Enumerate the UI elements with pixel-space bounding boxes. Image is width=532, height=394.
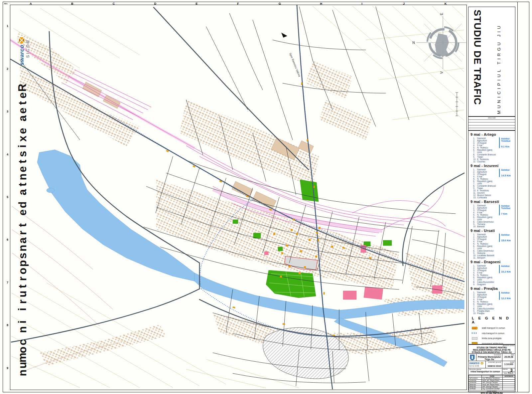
title-letter: t <box>19 160 26 163</box>
title-letter: s <box>18 151 26 157</box>
route-dots-swatch <box>472 332 477 334</box>
grid-number: 8 <box>7 323 8 327</box>
route-stop: 10.E. Teodoroiu <box>473 189 514 192</box>
route-heading: 9 mai - Iezureni <box>470 164 514 168</box>
route-stop: 7.Unirii <box>473 151 514 153</box>
title-letter: p <box>18 260 26 267</box>
grid-letter: H <box>320 2 322 5</box>
signature-cell <box>503 388 515 390</box>
title-letter: a <box>18 115 26 121</box>
route-stop: 9.Slobozia <box>473 252 514 254</box>
bus-stop-swatch <box>472 327 477 329</box>
route-heading: 9 mai - Barsesti <box>470 200 514 204</box>
data-cell: data: 29.05.08 <box>502 354 515 361</box>
route-heading: 9 mai - Dragoeni <box>470 260 514 264</box>
plansa-label: plansa: <box>502 368 508 370</box>
grid-letter: G <box>279 2 281 5</box>
map-frame <box>10 5 467 390</box>
signature-row: verificat:ing. Constantin Durbal <box>469 388 515 390</box>
route-stop: 10.Barsesti <box>473 225 514 228</box>
grid-letter: K <box>445 2 447 5</box>
route-stop: 8.Constantin Brancusi <box>473 153 514 156</box>
legend-items: statii transport in comunruta transport … <box>472 325 515 344</box>
title-letter: R <box>19 84 26 92</box>
route-stop: 6.Republicii (gara) <box>473 303 514 305</box>
proiectant-value: swarco sicor <box>486 365 501 367</box>
route-stop: 9.Preajba Mare <box>473 310 514 312</box>
title-letter: s <box>18 253 26 259</box>
project-number-cell: numar proiect: STC 07.06/ PMTGJIU <box>468 390 515 394</box>
title-letter: e <box>18 209 26 215</box>
title-letter: r <box>19 231 26 235</box>
plansa-title-cell: denumire plansa: retea transporturi in c… <box>468 368 502 375</box>
panel-subtitle: MUNICIPIUL TIRGU JIU <box>496 10 501 114</box>
legend: L E G E N D A statii transport in comunr… <box>468 314 515 344</box>
route-stop: 7.Unirii <box>473 182 514 185</box>
legend-label: ruta transport in comun <box>482 332 504 334</box>
route-stop: 7.Unirii <box>473 305 514 307</box>
route-distance: 12.2 Km <box>501 297 513 300</box>
plansa-number-cell: plansa: 3 faza: P.O.C. <box>502 368 515 375</box>
project-title: STUDIU DE TRAFIC PENTRU REGLEMENTAREA CI… <box>468 346 515 353</box>
vehicle-type: Autobuz <box>501 292 513 294</box>
route-info: Autobuz12.2 Km <box>499 292 513 300</box>
title-panel: STUDIU DE TRAFIC MUNICIPIUL TIRGU JIU <box>468 7 515 116</box>
grid-number: 2 <box>7 67 8 71</box>
semnatura-header: semnatura <box>503 375 515 377</box>
title-letter: x <box>18 135 26 141</box>
vehicle-type: Autobuz <box>501 265 513 267</box>
vehicle-type: Autobuz <box>501 169 513 171</box>
role-name: ing. Constantin Durbal <box>482 388 503 390</box>
scara-cell: scara: 1:10.000 <box>502 361 515 368</box>
route-stop: 6.Republicii (gara) <box>473 149 514 151</box>
title-letter: n <box>18 245 26 251</box>
route-block: 9 mai - Ursati1.Savinesti2.Agriculturii3… <box>470 229 514 259</box>
data-value: 29.05.08 <box>503 356 514 358</box>
routes-panel: 9 mai - Artego1.Savinesti2.Agriculturii3… <box>468 130 515 344</box>
project-title-cell: denumire proiect: STUDIU DE TRAFIC PENTR… <box>468 345 515 354</box>
route-stop: 10.Preajba <box>473 312 514 314</box>
route-distance: 9.1 Km <box>501 145 513 148</box>
swarco-brand-text: swarco <box>19 45 25 65</box>
route-stop: 6.Republicii (gara) <box>473 276 514 279</box>
grid-letter: A <box>30 2 32 5</box>
route-stop: 7.Unirii <box>473 247 514 250</box>
scara-value: 1:10.000 <box>503 363 514 365</box>
legend-item: ruta transport in comun <box>472 331 515 336</box>
title-letter: a <box>18 189 26 195</box>
grid-number: 9 <box>7 366 8 370</box>
route-distance: 15.6 Km <box>501 239 513 242</box>
route-stop: 7.Unirii <box>473 279 514 281</box>
route-stop: 8.Calea Bucurestilor <box>473 307 514 310</box>
route-distance: 10.2 Km <box>501 270 513 273</box>
grid-letter: F <box>237 2 239 5</box>
route-heading: 9 mai - Preajba <box>470 287 514 291</box>
city-crest <box>468 354 476 361</box>
vehicle-type: Troleibuz <box>501 207 513 209</box>
route-stop: 11.Ciocirlau <box>473 160 514 163</box>
numar-value: STC 07.06/ PMTGJIU <box>468 392 515 394</box>
title-letter: r <box>19 299 26 304</box>
plan-title-vertical: Reteaexistentadetransporturiincomun <box>15 84 30 377</box>
faza-value: P.O.C. <box>508 372 513 374</box>
legend-item: statii transport in comun <box>472 325 515 331</box>
route-stop: 5.N. Titulescu <box>473 274 514 276</box>
drawing-sheet: N E S V Spre Ramnicu Valcea A0+ ABCDEFGH… <box>0 0 532 394</box>
grid-letter: E <box>196 2 198 5</box>
swarco-sicor-logo: swarco SICOR <box>19 5 30 65</box>
route-block: 9 mai - Barsesti1.Savinesti2.Agriculturi… <box>470 200 514 228</box>
amber-swatch <box>472 342 477 344</box>
sicor-brand-small: SICOR <box>469 365 485 367</box>
legend-title: L E G E N D A <box>472 316 515 324</box>
route-stop: 6.Republicii (gara) <box>473 180 514 182</box>
title-letter: d <box>18 201 26 208</box>
route-stop: 8.Calea Severinului <box>473 250 514 252</box>
vehicle-type: Troleibuz <box>501 140 513 142</box>
faza-label: faza: <box>504 372 507 374</box>
route-info: AutobuzTroleibuz7 Km <box>499 205 513 215</box>
grid-letter: D <box>154 2 157 5</box>
route-block: 9 mai - Iezureni1.Savinesti2.Agriculturi… <box>470 164 514 199</box>
route-stop: 13.Curtisoara <box>473 196 514 199</box>
route-info: AutobuzTroleibuz9.1 Km <box>499 137 513 148</box>
title-letter: t <box>19 285 26 288</box>
